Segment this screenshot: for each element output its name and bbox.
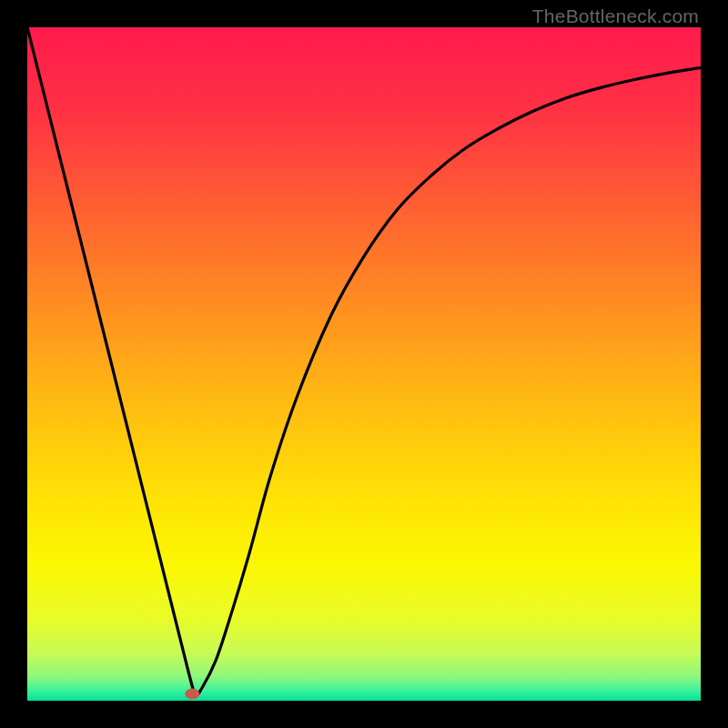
bottleneck-curve	[27, 27, 701, 694]
chart-svg	[27, 27, 701, 701]
watermark-text: TheBottleneck.com	[532, 5, 699, 27]
optimal-point-marker	[185, 689, 199, 700]
